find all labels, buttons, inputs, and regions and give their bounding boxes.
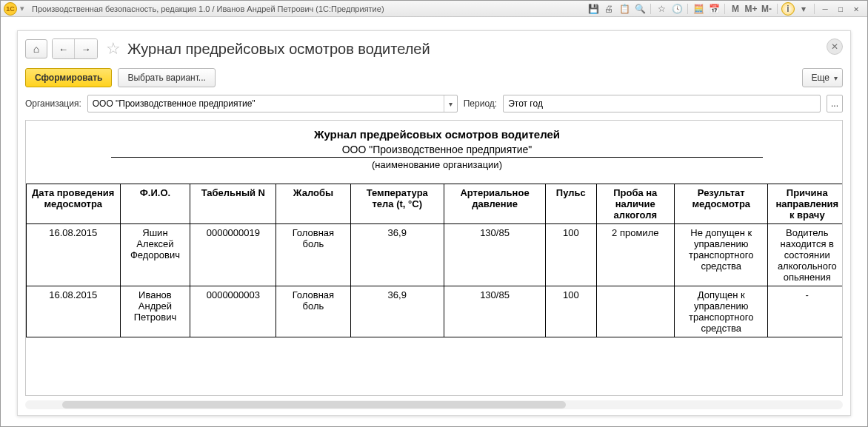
col-bp: Артериальное давление <box>444 184 546 224</box>
home-button[interactable]: ⌂ <box>25 39 47 58</box>
cell-result: Не допущен к управлению транспортного ср… <box>674 224 768 286</box>
table-header-row: Дата проведения медосмотра Ф.И.О. Табель… <box>27 184 844 224</box>
cell-result: Допущен к управлению транспортного средс… <box>674 286 768 337</box>
cell-temp: 36,9 <box>350 224 444 286</box>
cell-alcohol: 2 промиле <box>596 224 674 286</box>
cell-tabn: 0000000019 <box>190 224 276 286</box>
nav-back-forward: ← → <box>52 38 98 59</box>
back-button[interactable]: ← <box>53 39 75 58</box>
save-icon[interactable]: 💾 <box>587 2 600 16</box>
cell-complaints: Головная боль <box>276 224 350 286</box>
report-table: Дата проведения медосмотра Ф.И.О. Табель… <box>26 184 843 337</box>
cell-pulse: 100 <box>546 286 597 337</box>
maximize-icon[interactable]: ☐ <box>834 2 847 16</box>
cell-bp: 130/85 <box>444 286 546 337</box>
col-fio: Ф.И.О. <box>120 184 190 224</box>
page-title: Журнал предрейсовых осмотров водителей <box>127 41 430 58</box>
title-dropdown-icon[interactable]: ▾ <box>20 4 27 13</box>
cell-date: 16.08.2015 <box>27 286 121 337</box>
col-result: Результат медосмотра <box>674 184 768 224</box>
col-reason: Причина направления к врачу <box>768 184 843 224</box>
toolbar: Сформировать Выбрать вариант... Еще ▾ <box>18 64 850 92</box>
col-date: Дата проведения медосмотра <box>27 184 121 224</box>
minimize-icon[interactable]: — <box>818 2 832 16</box>
titlebar: 1C ▾ Производственная безопасность, реда… <box>1 1 867 17</box>
more-button[interactable]: Еще ▾ <box>802 68 843 87</box>
history-icon[interactable]: 🕓 <box>670 2 684 16</box>
org-label: Организация: <box>25 98 81 109</box>
filters-row: Организация: ▾ Период: ... <box>18 92 850 120</box>
period-combo[interactable] <box>503 95 821 112</box>
close-page-button[interactable]: ✕ <box>827 38 843 55</box>
m-plus-icon[interactable]: M+ <box>744 2 758 16</box>
ellipsis-icon: ... <box>831 98 838 109</box>
cell-temp: 36,9 <box>350 286 444 337</box>
header-row: ⌂ ← → ☆ Журнал предрейсовых осмотров вод… <box>18 31 850 64</box>
variant-button[interactable]: Выбрать вариант... <box>118 68 215 87</box>
period-label: Период: <box>464 98 497 109</box>
more-button-label: Еще <box>812 73 829 83</box>
window-title: Производственная безопасность, редакция … <box>32 4 384 13</box>
star-icon[interactable]: ☆ <box>105 41 121 57</box>
m-minus-icon[interactable]: M- <box>760 2 773 16</box>
copy-icon[interactable]: 📋 <box>618 2 631 16</box>
chevron-down-icon: ▾ <box>834 74 838 82</box>
table-row: 16.08.2015 Яшин Алексей Федорович 000000… <box>27 224 844 286</box>
report-title: Журнал предрейсовых осмотров водителей <box>26 128 843 141</box>
print-icon[interactable]: 🖨 <box>602 2 615 16</box>
col-tabn: Табельный N <box>190 184 276 224</box>
app-window: 1C ▾ Производственная безопасность, реда… <box>0 0 868 427</box>
forward-button[interactable]: → <box>75 39 97 58</box>
cell-complaints: Головная боль <box>276 286 350 337</box>
cell-reason: Водитель находится в состоянии алкогольн… <box>768 224 843 286</box>
org-dropdown-icon[interactable]: ▾ <box>444 95 457 112</box>
scrollbar-thumb[interactable] <box>62 401 566 408</box>
col-pulse: Пульс <box>546 184 597 224</box>
report-org-note: (наименование организации) <box>111 159 763 170</box>
info-dropdown-icon[interactable]: ▾ <box>797 2 810 16</box>
org-combo[interactable]: ▾ <box>87 95 458 112</box>
favorite-icon[interactable]: ☆ <box>655 2 668 16</box>
content-frame: ✕ ⌂ ← → ☆ Журнал предрейсовых осмотров в… <box>17 30 851 416</box>
report-org: ООО "Производственное предприятие" <box>111 142 763 158</box>
generate-button[interactable]: Сформировать <box>25 68 112 87</box>
org-input[interactable] <box>88 95 444 112</box>
info-icon[interactable]: i <box>781 2 795 16</box>
titlebar-toolbar: 💾 🖨 📋 🔍 ☆ 🕓 🧮 📅 M M+ M- i ▾ — ☐ ✕ <box>587 2 864 16</box>
cell-reason: - <box>768 286 843 337</box>
close-window-icon[interactable]: ✕ <box>849 2 863 16</box>
period-select-button[interactable]: ... <box>827 95 843 112</box>
table-row: 16.08.2015 Иванов Андрей Петрович 000000… <box>27 286 844 337</box>
period-input[interactable] <box>504 95 820 112</box>
search-icon[interactable]: 🔍 <box>633 2 647 16</box>
cell-bp: 130/85 <box>444 224 546 286</box>
horizontal-scrollbar[interactable] <box>25 400 843 409</box>
cell-alcohol <box>596 286 674 337</box>
col-alcohol: Проба на наличие алкоголя <box>596 184 674 224</box>
report-area[interactable]: Журнал предрейсовых осмотров водителей О… <box>25 120 843 396</box>
col-complaints: Жалобы <box>276 184 350 224</box>
calculator-icon[interactable]: 🧮 <box>692 2 705 16</box>
cell-tabn: 0000000003 <box>190 286 276 337</box>
col-temp: Температура тела (t, °C) <box>350 184 444 224</box>
cell-pulse: 100 <box>546 224 597 286</box>
m-icon[interactable]: M <box>729 2 742 16</box>
app-logo-icon: 1C <box>4 2 17 16</box>
cell-fio: Яшин Алексей Федорович <box>120 224 190 286</box>
cell-date: 16.08.2015 <box>27 224 121 286</box>
cell-fio: Иванов Андрей Петрович <box>120 286 190 337</box>
calendar-icon[interactable]: 📅 <box>707 2 721 16</box>
